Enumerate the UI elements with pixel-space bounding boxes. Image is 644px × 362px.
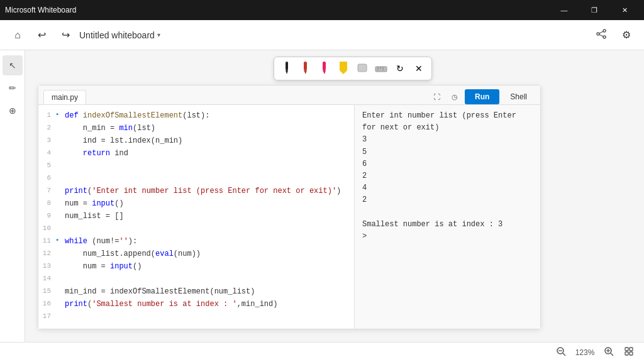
- settings-button[interactable]: ⚙: [616, 25, 636, 45]
- output-line-5: 2: [362, 170, 533, 182]
- output-line-7: 2: [362, 194, 533, 206]
- refresh-toolbar-button[interactable]: ↻: [391, 60, 409, 77]
- code-line-5: 5: [38, 160, 354, 173]
- ruler-button[interactable]: [372, 60, 390, 77]
- zoom-out-icon: [556, 346, 566, 358]
- whiteboard-title-button[interactable]: Untitled whiteboard ▾: [79, 30, 160, 40]
- menu-bar: ⌂ ↩ ↪ Untitled whiteboard ▾: [0, 20, 644, 50]
- svg-rect-25: [625, 348, 628, 351]
- pen-tool-button[interactable]: ✏: [3, 78, 23, 98]
- svg-rect-5: [286, 62, 288, 70]
- main-py-tab[interactable]: main.py: [43, 90, 86, 104]
- fullscreen-icon: ⛶: [433, 93, 440, 101]
- undo-button[interactable]: ↩: [31, 25, 52, 45]
- code-line-1: 1 ▸ def indexOfSmallestElement(lst):: [38, 110, 354, 123]
- shell-button[interactable]: Shell: [502, 89, 535, 104]
- code-line-16: 16 print('Smallest number is at index : …: [38, 299, 354, 311]
- close-toolbar-button[interactable]: ✕: [410, 60, 428, 77]
- code-tabbar: main.py ⛶ ◷ Run Shell: [38, 85, 540, 105]
- output-line-4: 6: [362, 158, 533, 170]
- svg-point-2: [603, 36, 606, 38]
- zoom-in-icon: [604, 346, 614, 358]
- code-line-2: 2 n_min = min(lst): [38, 123, 354, 135]
- code-line-10: 10: [38, 223, 354, 236]
- code-line-15: 15 min_ind = indexOfSmallestElement(num_…: [38, 286, 354, 299]
- code-output: Enter int number list (press Enter for n…: [355, 105, 540, 329]
- pen-black-button[interactable]: [278, 60, 296, 77]
- svg-line-19: [563, 353, 565, 356]
- minimize-button[interactable]: —: [550, 0, 579, 20]
- svg-rect-9: [323, 62, 326, 70]
- select-icon: ↖: [9, 60, 16, 70]
- code-line-9: 9 num_list = []: [38, 211, 354, 223]
- code-line-8: 8 num = input(): [38, 198, 354, 211]
- code-line-6: 6: [38, 173, 354, 185]
- svg-point-0: [603, 30, 606, 32]
- svg-rect-14: [375, 67, 387, 72]
- close-toolbar-icon: ✕: [415, 63, 423, 74]
- svg-rect-27: [625, 352, 628, 355]
- fit-to-screen-button[interactable]: [621, 345, 636, 360]
- zoom-in-button[interactable]: [601, 345, 616, 360]
- eraser-button[interactable]: [353, 60, 371, 77]
- code-line-13: 13 num = input(): [38, 261, 354, 273]
- code-line-7: 7 print('Enter int number list (press En…: [38, 185, 354, 198]
- svg-marker-8: [304, 70, 307, 74]
- output-line-10: >: [362, 231, 533, 243]
- svg-marker-6: [286, 70, 288, 74]
- history-button[interactable]: ◷: [447, 89, 462, 104]
- status-bar: 123%: [0, 342, 644, 362]
- svg-marker-12: [340, 70, 347, 74]
- svg-marker-10: [323, 70, 326, 74]
- code-line-12: 12 num_list.append(eval(num)): [38, 248, 354, 261]
- canvas-area[interactable]: ↻ ✕ main.py ⛶ ◷ Run Shell: [25, 50, 644, 342]
- pen-icon: ✏: [9, 83, 16, 93]
- settings-icon: ⚙: [622, 29, 631, 41]
- pen-pink-button[interactable]: [316, 60, 333, 77]
- svg-line-22: [611, 353, 613, 356]
- app-name: Microsoft Whiteboard: [5, 6, 76, 14]
- title-bar: Microsoft Whiteboard — ❐ ✕: [0, 0, 644, 20]
- select-tool-button[interactable]: ↖: [3, 55, 23, 75]
- output-line-6: 4: [362, 182, 533, 194]
- code-line-3: 3 ind = lst.index(n_min): [38, 135, 354, 148]
- chevron-down-icon: ▾: [157, 31, 160, 38]
- code-line-4: 4 return ind: [38, 148, 354, 160]
- home-button[interactable]: ⌂: [8, 25, 28, 45]
- home-icon: ⌂: [14, 30, 21, 41]
- redo-button[interactable]: ↪: [55, 25, 75, 45]
- run-button[interactable]: Run: [465, 89, 499, 104]
- code-card: main.py ⛶ ◷ Run Shell 1 ▸ def indexOfSma…: [38, 85, 541, 329]
- undo-icon: ↩: [38, 29, 46, 41]
- pen-red-button[interactable]: [297, 60, 314, 77]
- svg-rect-11: [340, 62, 347, 70]
- left-toolbar: ↖ ✏ ⊕: [0, 50, 25, 362]
- code-body: 1 ▸ def indexOfSmallestElement(lst): 2 n…: [38, 105, 540, 329]
- code-line-11: 11 ▸ while (num!=''):: [38, 236, 354, 248]
- svg-line-3: [599, 31, 603, 33]
- zoom-out-button[interactable]: [553, 345, 569, 360]
- output-line-3: 5: [362, 146, 533, 158]
- restore-button[interactable]: ❐: [580, 0, 609, 20]
- code-editor[interactable]: 1 ▸ def indexOfSmallestElement(lst): 2 n…: [38, 105, 355, 329]
- share-button[interactable]: [591, 25, 611, 45]
- fit-icon: [624, 346, 634, 358]
- svg-line-4: [599, 35, 603, 36]
- pen-toolbar: ↻ ✕: [274, 57, 432, 80]
- output-line-1: Enter int number list (press Enter for n…: [362, 110, 533, 134]
- svg-rect-28: [630, 348, 633, 351]
- code-line-14: 14: [38, 273, 354, 286]
- pen-yellow-button[interactable]: [335, 60, 352, 77]
- close-button[interactable]: ✕: [610, 0, 639, 20]
- output-line-2: 3: [362, 134, 533, 146]
- redo-icon: ↪: [62, 29, 70, 41]
- history-icon: ◷: [452, 93, 458, 101]
- svg-rect-13: [358, 64, 367, 72]
- shape-tool-button[interactable]: ⊕: [3, 101, 23, 121]
- share-icon: [596, 28, 607, 42]
- zoom-level: 123%: [574, 348, 596, 357]
- svg-rect-26: [630, 352, 633, 355]
- refresh-icon: ↻: [396, 63, 404, 74]
- fullscreen-button[interactable]: ⛶: [430, 89, 445, 104]
- shape-icon: ⊕: [9, 106, 16, 116]
